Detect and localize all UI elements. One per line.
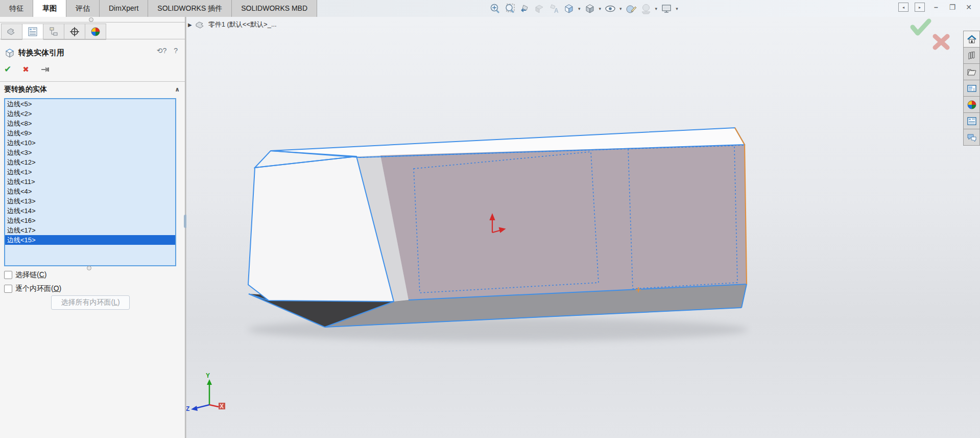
help-icon[interactable]: ? xyxy=(174,47,178,55)
select-all-inner-loops-button: 选择所有内环面(L) xyxy=(51,295,130,310)
triad-z-label: Z xyxy=(186,405,189,412)
divider xyxy=(0,81,185,82)
edge-list-item[interactable]: 边线<16> xyxy=(5,216,175,225)
ok-button[interactable]: ✔ xyxy=(4,64,11,75)
restore-button[interactable]: ❐ xyxy=(947,2,958,12)
view-settings-caret[interactable]: ▾ xyxy=(676,6,678,11)
close-button[interactable]: ✕ xyxy=(964,2,974,12)
heads-up-view-toolbar: A ▾ ▾ ▾ ▾ ▾ xyxy=(489,2,679,15)
collapse-right-pane-button[interactable]: ▸ xyxy=(915,3,925,12)
view-orientation-icon[interactable] xyxy=(563,3,575,15)
view-palette-icon[interactable] xyxy=(963,80,980,96)
manager-tab-strip xyxy=(1,24,106,39)
edge-list-item[interactable]: 边线<11> xyxy=(5,177,175,187)
solidworks-resources-icon[interactable] xyxy=(963,31,980,47)
annotation-view-icon: A xyxy=(548,3,560,15)
minimize-button[interactable]: – xyxy=(931,2,941,12)
appearances-scenes-icon[interactable] xyxy=(963,96,980,112)
inner-loops-checkbox[interactable] xyxy=(4,285,12,293)
triad-y-label: Y xyxy=(206,372,210,379)
window-controls: ◂ ▸ – ❐ ✕ xyxy=(898,2,974,12)
select-chain-checkbox[interactable] xyxy=(4,271,12,279)
manager-tab-underline xyxy=(0,39,185,39)
convert-entities-icon xyxy=(4,47,15,58)
triad-x-label: X xyxy=(220,403,224,410)
selected-front-face xyxy=(380,145,747,300)
select-chain-row: 选择链(C) xyxy=(4,270,46,280)
ribbon-tab[interactable]: 特征 xyxy=(0,0,33,17)
edge-list-item[interactable]: 边线<1> xyxy=(5,167,175,177)
edge-list-item[interactable]: 边线<14> xyxy=(5,206,175,216)
command-manager-bar: 特征草图评估DimXpertSOLIDWORKS 插件SOLIDWORKS MB… xyxy=(0,0,980,17)
apply-scene-icon xyxy=(640,3,652,15)
ribbon-tab-strip: 特征草图评估DimXpertSOLIDWORKS 插件SOLIDWORKS MB… xyxy=(0,0,317,17)
pm-header-icons: ⟲? ? xyxy=(157,47,178,55)
breadcrumb-document-name: 零件1 (默认<<默认>_... xyxy=(208,20,277,29)
breadcrumb-expand-icon[interactable]: ▶ xyxy=(188,22,192,28)
select-chain-label: 选择链(C) xyxy=(15,270,46,280)
confirmation-corner xyxy=(909,17,960,53)
property-manager-title: 转换实体引用 xyxy=(18,48,64,58)
section-view-icon xyxy=(533,3,545,15)
hide-show-items-icon[interactable] xyxy=(604,3,616,15)
edge-list-item[interactable]: 边线<5> xyxy=(5,99,175,109)
confirm-corner-ok-icon[interactable] xyxy=(913,21,929,33)
edge-list-item[interactable]: 边线<17> xyxy=(5,225,175,235)
panel-splitter-handle[interactable] xyxy=(89,17,93,22)
custom-properties-icon[interactable] xyxy=(963,112,980,129)
zoom-to-fit-icon[interactable] xyxy=(489,3,501,15)
hide-show-items-caret[interactable]: ▾ xyxy=(619,6,622,11)
panel-top-strip xyxy=(0,17,185,22)
edge-list-item[interactable]: 边线<10> xyxy=(5,138,175,148)
model-scene: Y Z X xyxy=(186,17,980,438)
ribbon-tab[interactable]: DimXpert xyxy=(100,0,148,17)
edit-appearance-icon[interactable] xyxy=(625,3,637,15)
feature-manager-tab[interactable] xyxy=(1,24,22,40)
property-manager-panel: 转换实体引用 ⟲? ? ✔ ✖ 要转换的实体 ∧ 边线<5>边线<2>边线<8>… xyxy=(0,17,185,438)
inner-loops-row: 逐个内环面(O) xyxy=(4,284,61,293)
view-orientation-caret[interactable]: ▾ xyxy=(578,6,581,11)
collapse-left-pane-button[interactable]: ◂ xyxy=(898,3,909,12)
pm-action-row: ✔ ✖ xyxy=(4,64,52,75)
inner-loops-label: 逐个内环面(O) xyxy=(15,284,61,293)
edge-list-item[interactable]: 边线<2> xyxy=(5,109,175,119)
property-manager-tab[interactable] xyxy=(22,24,43,40)
edge-list-item[interactable]: 边线<9> xyxy=(5,128,175,138)
graphics-viewport[interactable]: Y Z X ▶ 零件1 (默认<<默认>_... xyxy=(186,17,980,438)
apply-scene-caret[interactable]: ▾ xyxy=(655,6,658,11)
display-style-caret[interactable]: ▾ xyxy=(599,6,602,11)
previous-view-icon[interactable] xyxy=(518,3,531,15)
zoom-to-area-icon[interactable] xyxy=(504,3,516,15)
edge-list-item[interactable]: 边线<15> xyxy=(5,235,175,245)
ribbon-tab[interactable]: 草图 xyxy=(33,0,66,17)
view-settings-icon[interactable] xyxy=(660,3,673,15)
file-explorer-icon[interactable] xyxy=(963,63,980,80)
ribbon-tab[interactable]: 评估 xyxy=(66,0,100,17)
cancel-button[interactable]: ✖ xyxy=(22,65,29,74)
ribbon-tab[interactable]: SOLIDWORKS 插件 xyxy=(148,0,232,17)
edge-list-item[interactable]: 边线<4> xyxy=(5,187,175,196)
edge-list-item[interactable]: 边线<3> xyxy=(5,148,175,157)
solidworks-forum-icon[interactable] xyxy=(963,129,980,146)
design-library-icon[interactable] xyxy=(963,47,980,63)
breadcrumb[interactable]: ▶ 零件1 (默认<<默认>_... xyxy=(188,20,277,29)
ribbon-tab[interactable]: SOLIDWORKS MBD xyxy=(232,0,317,17)
edge-list-item[interactable]: 边线<12> xyxy=(5,157,175,167)
edge-list-item[interactable]: 边线<13> xyxy=(5,196,175,206)
confirm-corner-cancel-icon[interactable] xyxy=(935,36,947,48)
group-header-entities-to-convert[interactable]: 要转换的实体 xyxy=(4,85,181,96)
entities-listbox[interactable]: 边线<5>边线<2>边线<8>边线<9>边线<10>边线<3>边线<12>边线<… xyxy=(4,98,176,266)
display-style-icon[interactable] xyxy=(584,3,596,15)
display-manager-tab[interactable] xyxy=(85,24,106,40)
part-icon xyxy=(195,20,205,29)
configuration-manager-tab[interactable] xyxy=(43,24,64,40)
pin-icon[interactable] xyxy=(40,66,52,73)
part-body[interactable] xyxy=(248,128,747,327)
chevron-up-icon[interactable]: ∧ xyxy=(175,86,180,93)
svg-text:A: A xyxy=(554,7,559,14)
reference-triad: Y Z X xyxy=(186,372,225,412)
edge-list-item[interactable]: 边线<8> xyxy=(5,119,175,128)
dimxpert-manager-tab[interactable] xyxy=(64,24,85,40)
undo-icon[interactable]: ⟲? xyxy=(157,47,167,55)
listbox-resize-handle[interactable] xyxy=(87,266,91,270)
